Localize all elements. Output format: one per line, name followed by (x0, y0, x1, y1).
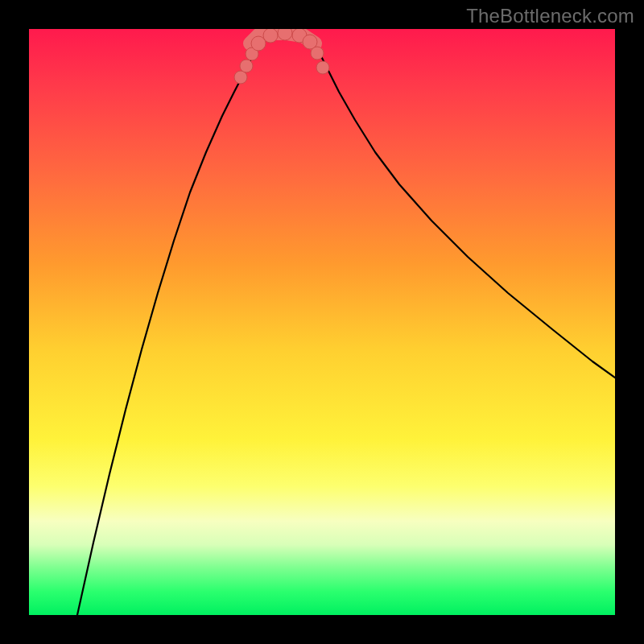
chart-plot-area (29, 29, 615, 615)
marker-dot (234, 71, 247, 84)
marker-dot (278, 29, 292, 40)
marker-dot (311, 47, 324, 60)
marker-dot (240, 60, 253, 72)
curve-layer (77, 39, 615, 615)
chart-frame: TheBottleneck.com (0, 0, 644, 644)
right-curve (312, 39, 615, 378)
watermark-text: TheBottleneck.com (466, 5, 634, 27)
left-curve (77, 39, 262, 615)
marker-dot (316, 61, 329, 74)
marker-dot (263, 29, 278, 43)
marker-layer (234, 29, 329, 84)
chart-svg (29, 29, 615, 615)
